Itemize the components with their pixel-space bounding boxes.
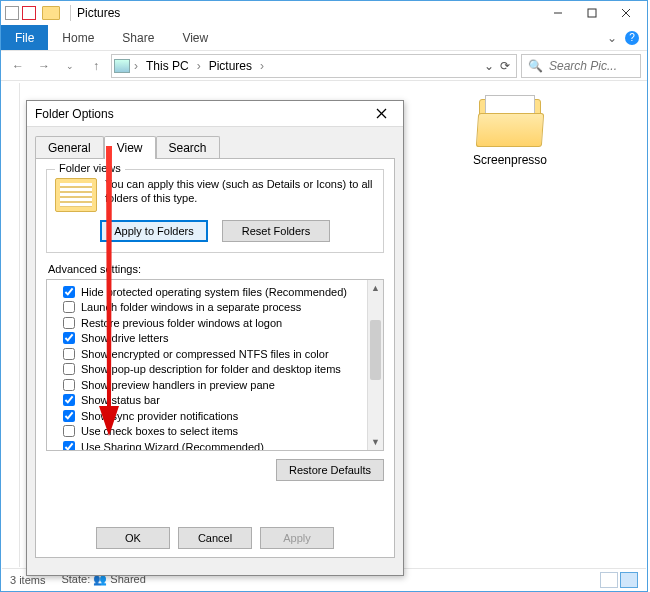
ribbon-tab-share[interactable]: Share xyxy=(108,25,168,50)
advanced-setting-label: Use Sharing Wizard (Recommended) xyxy=(81,441,264,451)
advanced-setting-checkbox[interactable] xyxy=(63,441,75,451)
advanced-setting-label: Show pop-up description for folder and d… xyxy=(81,363,341,375)
advanced-setting-row[interactable]: Use Sharing Wizard (Recommended) xyxy=(49,439,381,451)
details-view-button[interactable] xyxy=(600,572,618,588)
advanced-setting-row[interactable]: Show drive letters xyxy=(49,331,381,347)
ribbon-tabs: File Home Share View ⌄ ? xyxy=(1,25,647,51)
minimize-button[interactable] xyxy=(541,2,575,24)
folder-views-group: Folder views You can apply this view (su… xyxy=(46,169,384,253)
close-button[interactable] xyxy=(609,2,643,24)
refresh-icon[interactable]: ⟳ xyxy=(500,59,510,73)
advanced-setting-label: Hide protected operating system files (R… xyxy=(81,286,347,298)
svg-rect-1 xyxy=(588,9,596,17)
chevron-right-icon[interactable]: › xyxy=(134,59,138,73)
address-dropdown-icon[interactable]: ⌄ xyxy=(484,59,494,73)
icons-view-button[interactable] xyxy=(620,572,638,588)
qat-icon-1[interactable] xyxy=(5,6,19,20)
cancel-button[interactable]: Cancel xyxy=(178,527,252,549)
advanced-setting-label: Show drive letters xyxy=(81,332,168,344)
advanced-settings-label: Advanced settings: xyxy=(48,263,384,275)
up-button[interactable]: ↑ xyxy=(85,55,107,77)
advanced-setting-label: Show status bar xyxy=(81,394,160,406)
advanced-setting-checkbox[interactable] xyxy=(63,425,75,437)
search-input[interactable] xyxy=(547,58,634,74)
advanced-setting-row[interactable]: Launch folder windows in a separate proc… xyxy=(49,300,381,316)
advanced-setting-checkbox[interactable] xyxy=(63,363,75,375)
scroll-up-icon[interactable]: ▲ xyxy=(368,280,383,296)
advanced-setting-row[interactable]: Show preview handlers in preview pane xyxy=(49,377,381,393)
advanced-setting-checkbox[interactable] xyxy=(63,394,75,406)
chevron-right-icon[interactable]: › xyxy=(260,59,264,73)
advanced-setting-row[interactable]: Hide protected operating system files (R… xyxy=(49,284,381,300)
chevron-right-icon[interactable]: › xyxy=(197,59,201,73)
advanced-setting-checkbox[interactable] xyxy=(63,286,75,298)
file-menu[interactable]: File xyxy=(1,25,48,50)
navigation-bar: ← → ⌄ ↑ › This PC › Pictures › ⌄ ⟳ 🔍 xyxy=(1,51,647,81)
dialog-close-button[interactable] xyxy=(367,104,395,124)
view-mode-toggle xyxy=(600,572,638,588)
folder-item[interactable]: Screenpresso xyxy=(460,93,560,167)
advanced-setting-label: Show preview handlers in preview pane xyxy=(81,379,275,391)
tab-general[interactable]: General xyxy=(35,136,104,159)
apply-to-folders-button[interactable]: Apply to Folders xyxy=(100,220,208,242)
advanced-setting-label: Show encrypted or compressed NTFS files … xyxy=(81,348,329,360)
advanced-setting-row[interactable]: Show encrypted or compressed NTFS files … xyxy=(49,346,381,362)
help-icon[interactable]: ? xyxy=(625,31,639,45)
advanced-setting-row[interactable]: Show sync provider notifications xyxy=(49,408,381,424)
folder-views-text: You can apply this view (such as Details… xyxy=(105,178,375,212)
dialog-tabs: General View Search xyxy=(27,127,403,158)
folder-icon xyxy=(42,6,60,20)
folder-views-legend: Folder views xyxy=(55,162,125,174)
apply-button[interactable]: Apply xyxy=(260,527,334,549)
dialog-title-bar[interactable]: Folder Options xyxy=(27,101,403,127)
advanced-setting-checkbox[interactable] xyxy=(63,410,75,422)
restore-defaults-button[interactable]: Restore Defaults xyxy=(276,459,384,481)
scrollbar-thumb[interactable] xyxy=(370,320,381,380)
navigation-pane-collapsed[interactable] xyxy=(2,83,20,567)
breadcrumb-this-pc[interactable]: This PC xyxy=(142,59,193,73)
title-bar[interactable]: Pictures xyxy=(1,1,647,25)
ribbon-tab-home[interactable]: Home xyxy=(48,25,108,50)
scrollbar[interactable]: ▲ ▼ xyxy=(367,280,383,450)
advanced-setting-checkbox[interactable] xyxy=(63,317,75,329)
recent-locations-button[interactable]: ⌄ xyxy=(59,55,81,77)
ribbon-tab-view[interactable]: View xyxy=(168,25,222,50)
address-bar[interactable]: › This PC › Pictures › ⌄ ⟳ xyxy=(111,54,517,78)
advanced-settings-list[interactable]: Hide protected operating system files (R… xyxy=(46,279,384,451)
dialog-title: Folder Options xyxy=(35,107,367,121)
tab-view[interactable]: View xyxy=(104,136,156,159)
advanced-setting-row[interactable]: Restore previous folder windows at logon xyxy=(49,315,381,331)
advanced-setting-row[interactable]: Show pop-up description for folder and d… xyxy=(49,362,381,378)
folder-label: Screenpresso xyxy=(460,153,560,167)
advanced-setting-label: Launch folder windows in a separate proc… xyxy=(81,301,301,313)
qat-icon-2[interactable] xyxy=(22,6,36,20)
reset-folders-button[interactable]: Reset Folders xyxy=(222,220,330,242)
folder-icon xyxy=(475,93,545,147)
search-box[interactable]: 🔍 xyxy=(521,54,641,78)
advanced-setting-row[interactable]: Show status bar xyxy=(49,393,381,409)
maximize-button[interactable] xyxy=(575,2,609,24)
back-button[interactable]: ← xyxy=(7,55,29,77)
advanced-setting-label: Show sync provider notifications xyxy=(81,410,238,422)
folder-views-icon xyxy=(55,178,97,212)
advanced-setting-checkbox[interactable] xyxy=(63,348,75,360)
advanced-setting-checkbox[interactable] xyxy=(63,301,75,313)
ok-button[interactable]: OK xyxy=(96,527,170,549)
window-controls xyxy=(541,2,643,24)
search-icon: 🔍 xyxy=(528,59,543,73)
dialog-buttons: OK Cancel Apply xyxy=(36,527,394,549)
breadcrumb-pictures[interactable]: Pictures xyxy=(205,59,256,73)
advanced-setting-label: Use check boxes to select items xyxy=(81,425,238,437)
window-title: Pictures xyxy=(77,6,120,20)
advanced-setting-checkbox[interactable] xyxy=(63,379,75,391)
forward-button[interactable]: → xyxy=(33,55,55,77)
folder-options-dialog: Folder Options General View Search Folde… xyxy=(26,100,404,576)
ribbon-expand-chevron-icon[interactable]: ⌄ xyxy=(607,31,617,45)
advanced-setting-row[interactable]: Use check boxes to select items xyxy=(49,424,381,440)
tab-panel-view: Folder views You can apply this view (su… xyxy=(35,158,395,558)
advanced-setting-checkbox[interactable] xyxy=(63,332,75,344)
quick-access-toolbar xyxy=(5,6,36,20)
scroll-down-icon[interactable]: ▼ xyxy=(368,434,383,450)
this-pc-icon xyxy=(114,59,130,73)
tab-search[interactable]: Search xyxy=(156,136,220,159)
